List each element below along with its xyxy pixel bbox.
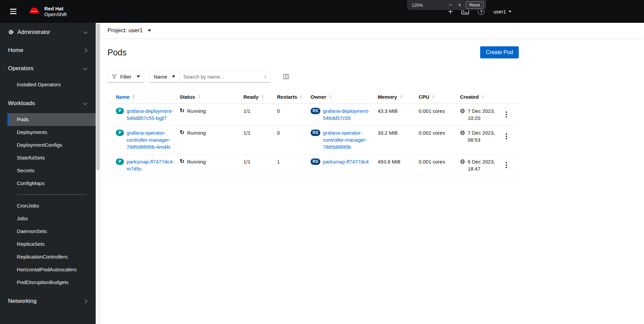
zoom-reset-button[interactable]: Reset	[466, 1, 484, 9]
chevron-down-icon	[83, 101, 87, 105]
sidebar-item-home[interactable]: Home	[0, 41, 96, 59]
row-kebab-button[interactable]	[504, 160, 509, 170]
daemonsets-link[interactable]: DaemonSets	[7, 225, 96, 238]
sort-icon	[300, 95, 303, 99]
cpu-value: 0.002 cores	[419, 126, 460, 154]
menu-toggle-icon[interactable]	[8, 7, 18, 16]
search-shortcut-hint: /	[264, 74, 267, 80]
zoom-out-button[interactable]: −	[446, 2, 455, 8]
chevron-down-icon	[83, 66, 87, 70]
zoom-level: 125%	[412, 3, 423, 8]
restarts-value: 1	[277, 154, 311, 176]
replicationcontrollers-link[interactable]: ReplicationControllers	[7, 250, 96, 263]
filter-label: Filter	[120, 74, 131, 80]
column-header-owner[interactable]: Owner	[311, 90, 378, 104]
gear-icon	[8, 29, 14, 35]
brand-logo: Red Hat OpenShift	[27, 6, 67, 17]
sidebar-item-installed-operators: Installed Operators	[7, 78, 96, 91]
pod-badge: P	[116, 108, 124, 114]
owner-link[interactable]: grafana-deployment-546dd57c55	[323, 108, 369, 121]
poddisruptionbudgets-link[interactable]: PodDisruptionBudgets	[7, 276, 96, 289]
column-header-memory[interactable]: Memory	[378, 90, 419, 104]
sync-running-icon: ↻	[180, 107, 184, 114]
table-row: P grafana-operator-controller-manager-78…	[107, 126, 519, 154]
chevron-right-icon	[83, 299, 87, 304]
ready-value: 1/1	[243, 154, 277, 176]
secrets-link[interactable]: Secrets	[7, 164, 96, 177]
filter-funnel-icon	[112, 74, 117, 79]
sidebar-item-deployments: Deployments	[7, 126, 96, 139]
create-pod-button[interactable]: Create Pod	[480, 46, 519, 58]
brand-line1: Red Hat	[44, 6, 67, 11]
perspective-label: Administrator	[17, 29, 50, 35]
cronjobs-link[interactable]: CronJobs	[7, 199, 96, 212]
sidebar-item-networking[interactable]: Networking	[0, 292, 96, 310]
pod-name-link[interactable]: grafana-operator-controller-manager-7885…	[127, 130, 171, 150]
restarts-value: 0	[277, 104, 311, 126]
globe-icon	[460, 108, 465, 113]
chevron-down-icon	[509, 11, 511, 12]
perspective-switcher[interactable]: Administrator	[0, 23, 96, 39]
user-menu[interactable]: user1	[493, 9, 511, 14]
table-row: P parksmap-ff7477dc4-m7d5c ↻ Running 1/1…	[107, 154, 519, 176]
search-type-dropdown[interactable]: Name	[149, 71, 180, 83]
deploymentconfigs-link[interactable]: DeploymentConfigs	[7, 139, 96, 151]
chevron-down-icon	[148, 30, 151, 32]
sidebar-item-operators[interactable]: Operators	[0, 59, 96, 78]
row-kebab-button[interactable]	[504, 110, 509, 119]
column-header-actions	[504, 90, 519, 104]
globe-icon	[460, 130, 465, 135]
column-header-created[interactable]: Created	[460, 90, 504, 104]
chevron-right-icon	[83, 48, 87, 53]
sidebar-item-poddisruptionbudgets: PodDisruptionBudgets	[7, 276, 96, 289]
column-header-name[interactable]: Name ↑	[107, 90, 180, 104]
sidebar-item-replicasets: ReplicaSets	[7, 238, 96, 250]
sidebar-item-workloads[interactable]: Workloads	[0, 94, 96, 112]
search-input[interactable]	[183, 74, 264, 80]
zoom-in-button[interactable]: +	[455, 2, 464, 8]
jobs-link[interactable]: Jobs	[7, 212, 96, 225]
brand-line2: OpenShift	[44, 11, 67, 17]
row-kebab-button[interactable]	[504, 132, 509, 141]
sidebar-item-secrets: Secrets	[7, 164, 96, 177]
memory-value: 43.3 MiB	[378, 104, 419, 126]
sync-running-icon: ↻	[180, 158, 184, 165]
replicasets-link[interactable]: ReplicaSets	[7, 238, 96, 250]
nav-divider	[17, 194, 86, 195]
configmaps-link[interactable]: ConfigMaps	[7, 177, 96, 190]
globe-icon	[460, 159, 465, 164]
list-toolbar: Filter Name /	[107, 71, 519, 83]
scrollbar-thumb[interactable]	[96, 24, 100, 170]
project-selector[interactable]: Project: user1	[101, 23, 644, 38]
sort-icon	[198, 95, 200, 99]
pods-table: Name ↑ Status Ready Restarts	[107, 90, 519, 176]
sidebar-scrollbar	[96, 23, 101, 324]
column-header-restarts[interactable]: Restarts	[277, 90, 311, 104]
replicaset-badge: RS	[311, 158, 320, 165]
deployments-link[interactable]: Deployments	[7, 126, 96, 139]
column-header-cpu[interactable]: CPU	[419, 90, 460, 104]
column-header-ready[interactable]: Ready	[243, 90, 277, 104]
owner-link[interactable]: parksmap-ff7477dc4	[323, 159, 369, 165]
status-text: Running	[187, 158, 206, 165]
manage-columns-button[interactable]	[283, 74, 289, 80]
memory-value: 33.2 MiB	[378, 126, 419, 154]
sidebar-item-jobs: Jobs	[7, 212, 96, 225]
sort-icon	[400, 95, 403, 99]
column-header-status[interactable]: Status	[180, 90, 243, 104]
sync-running-icon: ↻	[180, 129, 184, 136]
installed-operators-link[interactable]: Installed Operators	[7, 78, 96, 91]
horizontalpodautoscalers-link[interactable]: HorizontalPodAutoscalers	[7, 263, 96, 276]
table-row: P grafana-deployment-546dd57c55-bgjl7 ↻ …	[107, 104, 519, 126]
pod-name-link[interactable]: parksmap-ff7477dc4-m7d5c	[127, 159, 174, 172]
owner-link[interactable]: grafana-operator-controller-manager-7885…	[323, 130, 367, 150]
created-timestamp: 7 Dec 2023, 10:20	[468, 107, 500, 122]
pod-name-link[interactable]: grafana-deployment-546dd57c55-bgjl7	[127, 108, 173, 121]
statefulsets-link[interactable]: StatefulSets	[7, 151, 96, 164]
created-timestamp: 7 Dec 2023, 08:53	[468, 129, 500, 143]
search-box: /	[180, 71, 270, 83]
ready-value: 1/1	[243, 104, 277, 126]
filter-dropdown[interactable]: Filter	[107, 71, 144, 83]
pods-link[interactable]: Pods	[7, 113, 96, 126]
sort-ascending-icon: ↑	[132, 94, 135, 100]
